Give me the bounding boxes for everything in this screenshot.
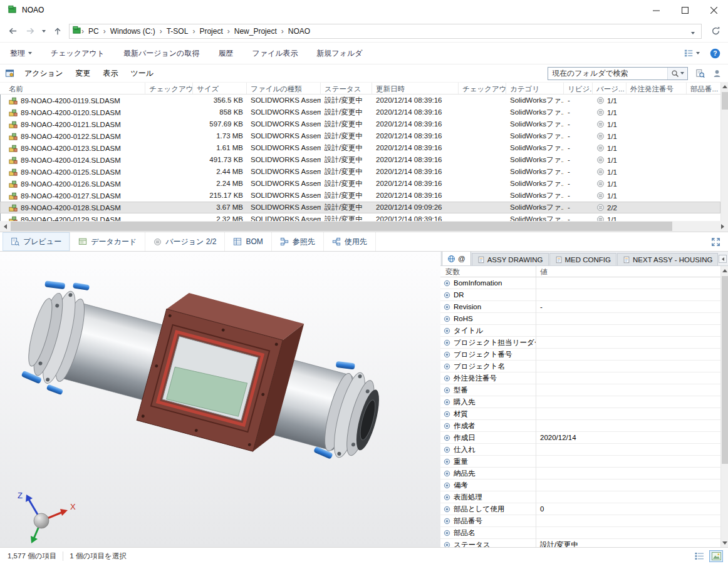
change-view-button[interactable] bbox=[684, 49, 700, 58]
horizontal-scrollbar[interactable] bbox=[0, 221, 728, 232]
menu-display[interactable]: 表示 bbox=[96, 68, 124, 79]
variable-column-header[interactable]: 変数 bbox=[440, 266, 536, 277]
tab-data-card[interactable]: データカード bbox=[70, 232, 145, 251]
scroll-up-button[interactable] bbox=[721, 266, 728, 275]
refresh-button[interactable] bbox=[707, 23, 724, 40]
column-header-name[interactable]: 名前 bbox=[5, 83, 145, 94]
variable-row[interactable]: 材質 bbox=[440, 408, 720, 420]
command-checkout[interactable]: チェックアウト bbox=[51, 48, 105, 59]
search-button[interactable] bbox=[667, 68, 687, 79]
card-tab-next-assy-housing[interactable]: NEXT ASSY - HOUSING bbox=[617, 253, 718, 265]
file-row[interactable]: 89-NOAO-4200-0125.SLDASM2.44 MBSOLIDWORK… bbox=[0, 166, 720, 178]
preview-3d-viewport[interactable]: Z X bbox=[0, 252, 440, 547]
user-icon[interactable] bbox=[712, 69, 722, 78]
file-row[interactable]: 89-NOAO-4200-0129.SLDASM2.32 MBSOLIDWORK… bbox=[0, 213, 720, 221]
variable-row[interactable]: Revision- bbox=[440, 301, 720, 313]
tab-preview[interactable]: プレビュー bbox=[3, 232, 70, 251]
file-row[interactable]: 89-NOAO-4200-0128.SLDASM3.67 MBSOLIDWORK… bbox=[0, 202, 720, 213]
forward-button[interactable] bbox=[21, 23, 39, 40]
scroll-right-button[interactable] bbox=[717, 221, 728, 232]
variable-row[interactable]: 備考 bbox=[440, 479, 720, 491]
column-header-size[interactable]: サイズ bbox=[193, 83, 247, 94]
file-row[interactable]: 89-NOAO-4200-0126.SLDASM2.24 MBSOLIDWORK… bbox=[0, 178, 720, 190]
address-box[interactable]: ›PC›Windows (C:)›T-SOL›Project›New_Proje… bbox=[69, 24, 702, 39]
file-row[interactable]: 89-NOAO-4200-0123.SLDASM1.61 MBSOLIDWORK… bbox=[0, 142, 720, 154]
close-button[interactable] bbox=[699, 0, 728, 20]
details-view-button[interactable] bbox=[692, 550, 706, 562]
variable-row[interactable]: プロジェクト名 bbox=[440, 361, 720, 372]
command-new-folder[interactable]: 新規フォルダ bbox=[317, 48, 363, 59]
tab-bom[interactable]: BOM bbox=[225, 232, 271, 251]
column-header-version[interactable]: バージ... bbox=[593, 83, 627, 94]
menu-tools[interactable]: ツール bbox=[124, 68, 160, 79]
file-row[interactable]: 89-NOAO-4200-0122.SLDASM1.73 MBSOLIDWORK… bbox=[0, 130, 720, 142]
thumbnail-view-button[interactable] bbox=[709, 550, 723, 562]
scroll-down-button[interactable] bbox=[721, 538, 728, 547]
variable-row[interactable]: 部品として使用0 bbox=[440, 503, 720, 515]
scrollbar-thumb[interactable] bbox=[722, 92, 728, 110]
file-row[interactable]: 89-NOAO-4200-0124.SLDASM491.73 KBSOLIDWO… bbox=[0, 154, 720, 166]
tab-version[interactable]: バージョン 2/2 bbox=[145, 232, 225, 251]
breadcrumb-item[interactable]: T-SOL bbox=[162, 27, 193, 36]
variable-row[interactable]: BomInfomation bbox=[440, 277, 720, 289]
breadcrumb-item[interactable]: Project bbox=[195, 27, 227, 36]
tab-where-used[interactable]: 使用先 bbox=[324, 232, 376, 251]
variable-row[interactable]: タイトル bbox=[440, 325, 720, 337]
data-card-scrollbar[interactable] bbox=[720, 266, 728, 547]
column-header-category[interactable]: カテゴリ bbox=[506, 83, 564, 94]
scrollbar-thumb[interactable] bbox=[11, 222, 672, 231]
card-tab-med-config[interactable]: MED CONFIG bbox=[549, 253, 616, 265]
variable-row[interactable]: プロジェクト番号 bbox=[440, 349, 720, 361]
card-tab-default[interactable]: @ bbox=[442, 252, 471, 265]
variable-row[interactable]: 納品先 bbox=[440, 468, 720, 479]
command-history[interactable]: 履歴 bbox=[218, 48, 233, 59]
tab-scroll-left-button[interactable] bbox=[719, 255, 727, 263]
file-row[interactable]: 89-NOAO-4200-0119.SLDASM356.5 KBSOLIDWOR… bbox=[0, 95, 720, 106]
column-header-po_number[interactable]: 外注発注番号 bbox=[627, 83, 687, 94]
file-row[interactable]: 89-NOAO-4200-0120.SLDASM858 KBSOLIDWORKS… bbox=[0, 106, 720, 118]
file-row[interactable]: 89-NOAO-4200-0121.SLDASM597.69 KBSOLIDWO… bbox=[0, 118, 720, 130]
menu-actions[interactable]: アクション bbox=[18, 68, 69, 79]
variable-row[interactable]: 表面処理 bbox=[440, 491, 720, 503]
up-button[interactable] bbox=[49, 23, 66, 40]
variable-row[interactable]: RoHS bbox=[440, 313, 720, 325]
search-input[interactable] bbox=[548, 69, 667, 78]
column-header-revision[interactable]: リビジ... bbox=[564, 83, 593, 94]
menu-modify[interactable]: 変更 bbox=[69, 68, 96, 79]
variable-row[interactable]: 購入先 bbox=[440, 396, 720, 408]
command-file-view[interactable]: ファイル表示 bbox=[252, 48, 298, 59]
column-header-type[interactable]: ファイルの種類 bbox=[247, 83, 321, 94]
recent-locations-button[interactable] bbox=[39, 23, 49, 40]
column-header-checkout_user[interactable]: チェックアウト設定者 bbox=[145, 83, 193, 94]
breadcrumb-item[interactable]: New_Project bbox=[230, 27, 281, 36]
variable-row[interactable]: 作成者 bbox=[440, 420, 720, 432]
variable-row[interactable]: 部品番号 bbox=[440, 515, 720, 527]
scroll-left-button[interactable] bbox=[0, 221, 11, 232]
variable-row[interactable]: 作成日2020/12/14 bbox=[440, 432, 720, 444]
command-organize[interactable]: 整理 bbox=[10, 48, 32, 59]
column-header-status[interactable]: ステータス bbox=[321, 83, 372, 94]
fullscreen-button[interactable] bbox=[711, 237, 728, 247]
value-column-header[interactable]: 値 bbox=[536, 266, 720, 277]
scroll-up-button[interactable] bbox=[721, 82, 728, 91]
file-list-scrollbar[interactable] bbox=[720, 82, 728, 221]
variable-row[interactable]: 外注発注番号 bbox=[440, 372, 720, 384]
column-header-checked_out_in[interactable]: チェックアウトさ... bbox=[459, 83, 506, 94]
variable-row[interactable]: 重量 bbox=[440, 456, 720, 468]
scrollbar-thumb[interactable] bbox=[722, 276, 728, 464]
address-dropdown-button[interactable] bbox=[687, 26, 699, 37]
command-get-latest-version[interactable]: 最新バージョンの取得 bbox=[123, 48, 199, 59]
variable-row[interactable]: 仕入れ bbox=[440, 444, 720, 456]
column-header-modified[interactable]: 更新日時 bbox=[372, 83, 459, 94]
variable-row[interactable]: プロジェクト担当リーダー bbox=[440, 337, 720, 349]
variable-row[interactable]: DR bbox=[440, 289, 720, 301]
breadcrumb-item[interactable]: Windows (C:) bbox=[106, 27, 160, 36]
help-button[interactable]: ? bbox=[710, 48, 720, 59]
breadcrumb-item[interactable]: PC bbox=[84, 27, 103, 36]
breadcrumb-item[interactable]: NOAO bbox=[284, 27, 315, 36]
back-button[interactable] bbox=[4, 23, 21, 40]
advanced-search-icon[interactable] bbox=[695, 69, 705, 78]
card-tab-assy-drawing[interactable]: ASSY DRAWING bbox=[472, 253, 549, 265]
maximize-button[interactable] bbox=[670, 0, 699, 20]
minimize-button[interactable] bbox=[642, 0, 670, 20]
